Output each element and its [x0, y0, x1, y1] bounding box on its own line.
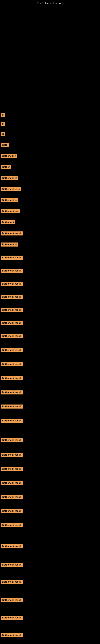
bottleneck-label-32: Bottleneck result [1, 495, 23, 499]
cursor-1 [1, 100, 1, 106]
bottleneck-label-38: Bottleneck result [1, 598, 23, 602]
bottleneck-label-27: Bottleneck result [1, 418, 23, 422]
bottleneck-label-18: Bottleneck result [1, 295, 23, 299]
bottleneck-label-8: Bottleneck re [1, 176, 18, 180]
site-title: TheBottlenecker.com [0, 0, 100, 6]
bottleneck-label-13: Bottleneck result [1, 232, 23, 236]
bottleneck-label-3: E [1, 122, 5, 126]
bottleneck-label-9: Bottleneck resu [1, 187, 21, 191]
bottleneck-label-14: Bottleneck re [1, 242, 18, 246]
bottleneck-label-23: Bottleneck result [1, 362, 23, 366]
bottleneck-label-33: Bottleneck result [1, 509, 23, 513]
bottleneck-label-31: Bottleneck result [1, 481, 23, 485]
bottleneck-label-19: Bottleneck result [1, 308, 23, 312]
bottleneck-label-34: Bottleneck result [1, 523, 23, 527]
bottleneck-label-12: Bottleneck [1, 220, 15, 224]
bottleneck-label-10: Bottleneck re [1, 198, 18, 202]
bottleneck-label-36: Bottleneck result [1, 563, 23, 567]
bottleneck-label-21: Bottleneck result [1, 334, 23, 338]
bottleneck-label-30: Bottleneck result [1, 467, 23, 471]
bottleneck-label-16: Bottleneck result [1, 269, 23, 273]
bottleneck-label-29: Bottleneck result [1, 453, 23, 457]
bottleneck-label-26: Bottleneck result [1, 404, 23, 408]
bottleneck-label-5: Bottl [1, 143, 9, 147]
bottleneck-label-28: Bottleneck result [1, 438, 23, 442]
bottleneck-label-7: Bottlen [1, 165, 11, 169]
bottleneck-label-37: Bottleneck result [1, 580, 23, 584]
bottleneck-label-4: B [1, 132, 5, 136]
bottleneck-label-25: Bottleneck result [1, 390, 23, 394]
bottleneck-label-11: Bottleneck res [1, 209, 20, 213]
bottleneck-label-2: B [1, 113, 5, 117]
bottleneck-label-24: Bottleneck result [1, 376, 23, 380]
bottleneck-label-20: Bottleneck result [1, 321, 23, 325]
bottleneck-label-15: Bottleneck result [1, 256, 23, 260]
bottleneck-label-39: Bottleneck result [1, 616, 23, 620]
bottleneck-label-6: Bottleneck r [1, 154, 17, 158]
bottleneck-label-17: Bottleneck result [1, 282, 23, 286]
bottleneck-label-22: Bottleneck result [1, 348, 23, 352]
bottleneck-label-35: Bottleneck result [1, 544, 23, 548]
bottleneck-label-40: Bottleneck result [1, 633, 23, 637]
